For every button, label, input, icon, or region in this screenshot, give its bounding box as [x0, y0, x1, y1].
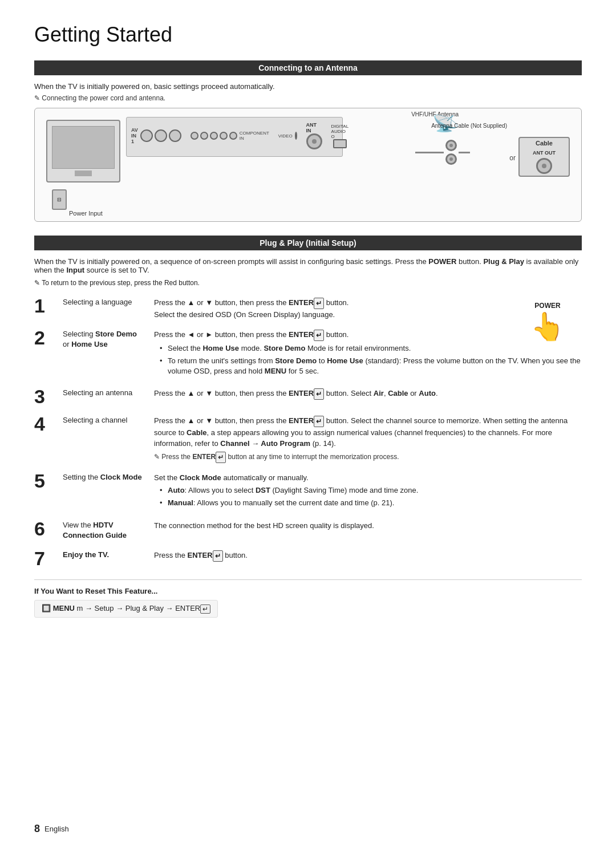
digital-audio-label: DIGITALAUDIO O	[331, 124, 349, 139]
plug-play-intro-text2: button.	[459, 257, 481, 266]
digital-audio-port	[333, 139, 347, 148]
tv-screen	[52, 126, 115, 169]
ant-in-label: ANT IN	[306, 122, 322, 133]
antenna-section-header: Connecting to an Antenna	[34, 60, 582, 75]
steps-container: POWER 👆 1 Selecting a language Press the…	[34, 296, 582, 568]
step-3-number: 3	[34, 387, 63, 406]
ant-in-port	[306, 133, 322, 149]
step-5-bullet-1: Auto: Allows you to select DST (Daylight…	[160, 485, 582, 496]
power-icon-label: POWER	[513, 302, 582, 310]
step-6-content: The connection method for the best HD sc…	[154, 519, 582, 532]
antenna-note-text: Connecting the power cord and antenna.	[34, 94, 582, 102]
plug-play-intro-text4: source is set to TV.	[87, 266, 149, 274]
or-text: or	[509, 154, 516, 162]
connector-panel: AVIN 1 COMPONENT IN VIDEO	[126, 117, 343, 157]
step-5: 5 Setting the Clock Mode Set the Clock M…	[34, 471, 582, 511]
page-number: 8	[34, 823, 40, 835]
comp-port-2	[200, 132, 208, 140]
plug-play-note: To return to the previous step, press th…	[34, 279, 582, 287]
step-3: 3 Selecting an antenna Press the ▲ or ▼ …	[34, 387, 582, 406]
step-5-content: Set the Clock Mode automatically or manu…	[154, 471, 582, 511]
plug-play-header: Plug & Play (Initial Setup)	[34, 236, 582, 250]
step-5-bullets: Auto: Allows you to select DST (Daylight…	[154, 485, 582, 508]
comp-port-5	[229, 132, 237, 140]
power-connector: ⊟	[52, 189, 67, 210]
plug-play-section: Plug & Play (Initial Setup) When the TV …	[34, 236, 582, 618]
step-2-number: 2	[34, 328, 63, 347]
step-1-label: Selecting a language	[63, 296, 154, 307]
step-4-content: Press the ▲ or ▼ button, then press the …	[154, 414, 582, 463]
av-port-3	[169, 129, 181, 142]
step-2-bullet-2: To return the unit's settings from Store…	[160, 356, 582, 376]
cable-box: Cable ANT OUT	[518, 137, 570, 177]
step-5-label: Setting the Clock Mode	[63, 471, 154, 482]
plug-play-intro: When the TV is initially powered on, a s…	[34, 257, 582, 274]
step-4: 4 Selecting a channel Press the ▲ or ▼ b…	[34, 414, 582, 463]
step-7: 7 Enjoy the TV. Press the ENTER↵ button.	[34, 549, 582, 568]
antenna-cable-label: Antenna Cable (Not Supplied)	[431, 123, 507, 129]
page-title: Getting Started	[34, 23, 582, 47]
power-hand-icon: 👆	[513, 313, 582, 340]
ant-out-label: ANT OUT	[533, 150, 556, 156]
av-port-2	[155, 129, 167, 142]
cable-label: Cable	[536, 140, 553, 147]
antenna-section: Connecting to an Antenna When the TV is …	[34, 60, 582, 222]
component-in-label: COMPONENT IN	[240, 131, 269, 141]
step-1-number: 1	[34, 296, 63, 315]
power-keyword: POWER	[428, 257, 456, 266]
step-7-number: 7	[34, 549, 63, 568]
av-port-1	[140, 129, 153, 142]
step-5-bullet-2: Manual: Allows you to manually set the c…	[160, 498, 582, 508]
step-2-bullets: Select the Home Use mode. Store Demo Mod…	[154, 343, 582, 377]
plug-play-intro-text1: When the TV is initially powered on, a s…	[34, 257, 427, 266]
comp-port-3	[210, 132, 218, 140]
coax-cable-assembly	[415, 140, 470, 165]
reset-section: If You Want to Reset This Feature... 🔲 M…	[34, 579, 582, 618]
step-2-bullet-1: Select the Home Use mode. Store Demo Mod…	[160, 343, 582, 354]
step-1: 1 Selecting a language Press the ▲ or ▼ …	[34, 296, 582, 320]
step-4-label: Selecting a channel	[63, 414, 154, 425]
step-3-content: Press the ▲ or ▼ button, then press the …	[154, 387, 582, 400]
video-port	[295, 132, 297, 140]
step-2-label: Selecting Store Demoor Home Use	[63, 328, 154, 350]
page-language: English	[44, 825, 69, 833]
step-4-number: 4	[34, 414, 63, 433]
av-in-label: AVIN 1	[131, 127, 138, 144]
step-4-note: Press the ENTER↵ button at any time to i…	[154, 452, 582, 463]
video-label: VIDEO	[278, 133, 293, 139]
step-5-number: 5	[34, 471, 63, 490]
step-3-label: Selecting an antenna	[63, 387, 154, 398]
step-6-label: View the HDTVConnection Guide	[63, 519, 154, 541]
plug-play-keyword: Plug & Play	[483, 257, 524, 266]
comp-port-1	[191, 132, 198, 140]
power-input-label: Power Input	[69, 210, 103, 217]
step-2: 2 Selecting Store Demoor Home Use Press …	[34, 328, 582, 379]
power-icon-area: POWER 👆	[513, 302, 582, 340]
page-footer: 8 English	[34, 823, 69, 835]
step-7-label: Enjoy the TV.	[63, 549, 154, 560]
coax-cable-end-1	[445, 140, 457, 151]
comp-port-4	[220, 132, 228, 140]
antenna-intro-text: When the TV is initially powered on, bas…	[34, 82, 582, 91]
tv-stand	[75, 171, 92, 176]
input-keyword: Input	[66, 266, 84, 274]
tv-illustration	[46, 120, 120, 182]
ant-out-port	[536, 158, 552, 174]
reset-title: If You Want to Reset This Feature...	[34, 587, 582, 595]
step-6-number: 6	[34, 519, 63, 538]
menu-icon: 🔲	[42, 604, 51, 612]
step-7-content: Press the ENTER↵ button.	[154, 549, 582, 562]
antenna-diagram: AVIN 1 COMPONENT IN VIDEO	[34, 108, 582, 222]
step-6: 6 View the HDTVConnection Guide The conn…	[34, 519, 582, 541]
reset-command: 🔲 MENU m → Setup → Plug & Play → ENTER↵	[34, 600, 218, 618]
coax-cable-end-2	[445, 153, 457, 165]
